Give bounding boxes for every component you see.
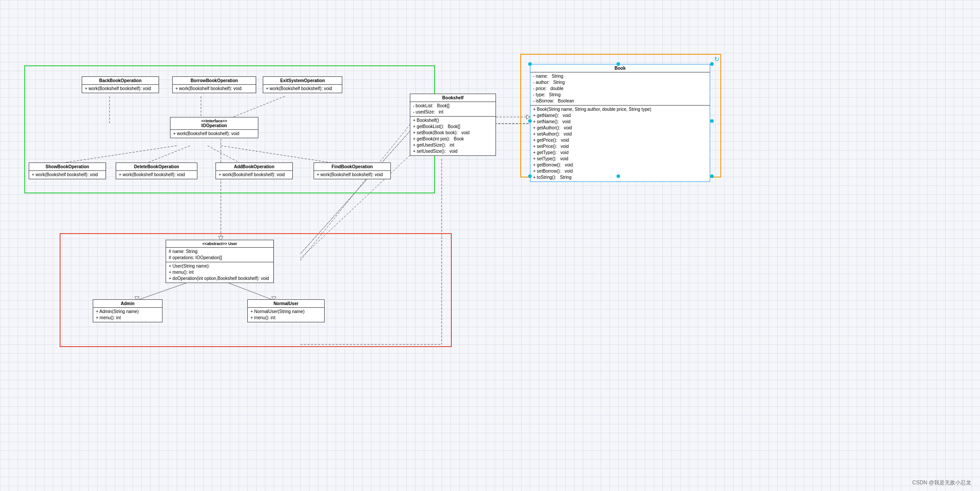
class-header: DeleteBookOperation [116,163,197,171]
class-fields: - bookList: Book[] - usedSize: int [410,102,496,117]
resize-handle-ml[interactable] [528,119,532,123]
borrow-book-operation-class[interactable]: BorrowBookOperation + work(Bookshelf boo… [172,76,256,93]
resize-handle-mr[interactable] [710,119,714,123]
resize-handle-bm[interactable] [617,174,620,178]
book-class[interactable]: Book - name: String - author: String - p… [530,64,710,182]
resize-handle-bl[interactable] [528,174,532,178]
class-header: <<Interface>> IOOperation [170,117,258,130]
class-fields: # name: String # operations: IOOperation… [166,248,273,262]
normal-user-class[interactable]: NormalUser + NormalUser(String name) + m… [247,299,325,322]
class-methods: + work(Bookshelf bookshelf): void [263,85,342,93]
watermark: CSDN @我是无敌小忍龙 [912,479,971,487]
resize-handle-tr[interactable] [710,62,714,66]
resize-handle-tm[interactable] [617,62,620,66]
class-header: ExitSystemOperation [263,77,342,85]
exit-system-operation-class[interactable]: ExitSystemOperation + work(Bookshelf boo… [263,76,342,93]
class-header: Book [530,64,710,72]
class-methods: + work(Bookshelf bookshelf): void [82,85,159,93]
bookshelf-class[interactable]: Bookshelf - bookList: Book[] - usedSize:… [410,94,496,156]
class-methods: + NormalUser(String name) + menu(): int [248,308,324,322]
class-methods: + Book(String name, String author, doubl… [530,106,710,181]
class-methods: + work(Bookshelf bookshelf): void [170,130,258,138]
class-header: FindBookOperation [314,163,390,171]
back-book-operation-class[interactable]: BackBookOperation + work(Bookshelf books… [82,76,159,93]
find-book-operation-class[interactable]: FindBookOperation + work(Bookshelf books… [314,162,391,179]
class-methods: + work(Bookshelf bookshelf): void [216,171,292,179]
class-methods: + work(Bookshelf bookshelf): void [29,171,106,179]
delete-book-operation-class[interactable]: DeleteBookOperation + work(Bookshelf boo… [116,162,197,179]
class-methods: + Admin(String name) + menu(): int [93,308,162,322]
refresh-icon[interactable]: ↻ [714,56,719,63]
class-header: Admin [93,300,162,308]
class-methods: + User(String name): + menu(): int + doO… [166,262,273,283]
class-header: BackBookOperation [82,77,159,85]
user-class[interactable]: <<abstract>> User # name: String # opera… [166,240,274,283]
class-header: Bookshelf [410,94,496,102]
show-book-operation-class[interactable]: ShowBookOperation + work(Bookshelf books… [29,162,106,179]
class-header: <<abstract>> User [166,240,273,248]
class-methods: + work(Bookshelf bookshelf): void [314,171,390,179]
class-header: AddBookOperation [216,163,292,171]
class-header: NormalUser [248,300,324,308]
class-methods: + work(Bookshelf bookshelf): void [173,85,256,93]
class-header: ShowBookOperation [29,163,106,171]
class-methods: + work(Bookshelf bookshelf): void [116,171,197,179]
class-fields: - name: String - author: String - price:… [530,72,710,106]
class-header: BorrowBookOperation [173,77,256,85]
resize-handle-br[interactable] [710,174,714,178]
resize-handle-tl[interactable] [528,62,532,66]
admin-class[interactable]: Admin + Admin(String name) + menu(): int [93,299,163,322]
add-book-operation-class[interactable]: AddBookOperation + work(Bookshelf booksh… [216,162,293,179]
class-methods: + Bookshelf() + getBookList(): Book[] + … [410,117,496,155]
io-operation-class[interactable]: <<Interface>> IOOperation + work(Bookshe… [170,117,258,138]
uml-canvas: BackBookOperation + work(Bookshelf books… [0,0,980,491]
